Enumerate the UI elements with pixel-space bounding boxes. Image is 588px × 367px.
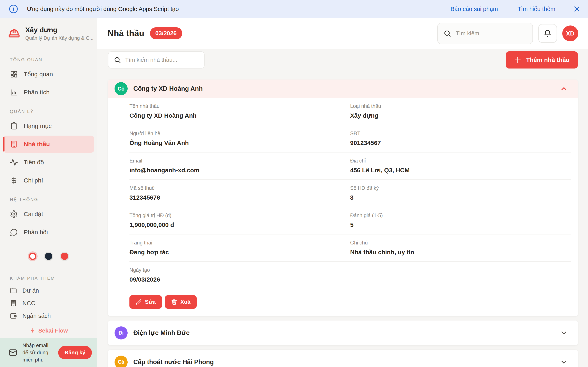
theme-switcher: [3, 247, 94, 268]
close-icon[interactable]: [572, 5, 581, 13]
sidebar-item-label: Nhà thầu: [24, 141, 50, 148]
dollar-icon: [10, 176, 18, 184]
chevron-down-icon[interactable]: [560, 329, 568, 337]
sekai-flow-link[interactable]: Sekai Flow: [3, 322, 94, 338]
contractor-avatar: Đi: [114, 326, 128, 340]
app-subtitle: Quản lý Dự án Xây dựng & C...: [25, 35, 94, 41]
sidebar-item-label: Chi phí: [24, 177, 43, 184]
sidebar: Xây dựng Quản lý Dự án Xây dựng & C... T…: [0, 18, 97, 367]
banner-message: Ứng dụng này do một người dùng Google Ap…: [27, 6, 179, 12]
learn-more-link[interactable]: Tìm hiểu thêm: [518, 6, 555, 12]
sidebar-item-nha-thau[interactable]: Nhà thầu: [3, 136, 94, 153]
sidebar-item-tong-quan[interactable]: Tổng quan: [3, 66, 94, 83]
field-dia-chi: Địa chỉ456 Lê Lợi, Q3, HCM: [350, 152, 571, 180]
sidebar-item-chi-phi[interactable]: Chi phí: [3, 172, 94, 189]
field-ten-nha-thau: Tên nhà thầuCông ty XD Hoàng Anh: [130, 98, 350, 125]
wallet-icon: [10, 312, 17, 319]
avatar[interactable]: XD: [562, 25, 578, 42]
contractors-page: Thêm nhà thầu Cô Công ty XD Hoàng Anh Tê…: [97, 49, 588, 367]
nav-section-overview: TỔNG QUAN: [3, 55, 94, 66]
field-trang-thai: Trạng tháiĐang hợp tác: [130, 234, 350, 262]
contractor-card-header[interactable]: Đi Điện lực Minh Đức: [108, 320, 578, 345]
building-icon: [10, 140, 18, 148]
contractor-search[interactable]: [108, 51, 205, 68]
theme-dot-red[interactable]: [61, 253, 68, 260]
mail-icon: [8, 348, 17, 357]
field-empty: [350, 262, 571, 289]
sidebar-item-phan-tich[interactable]: Phân tích: [3, 84, 94, 101]
sidebar-item-label: Cài đặt: [24, 211, 43, 217]
delete-button[interactable]: Xoá: [165, 295, 197, 309]
sidebar-item-ngan-sach[interactable]: Ngân sách: [3, 309, 94, 322]
building-small-icon: [10, 300, 17, 307]
theme-dot-light[interactable]: [29, 253, 36, 260]
sidebar-item-label: Tổng quan: [24, 71, 53, 78]
nav-section-manage: QUẢN LÝ: [3, 106, 94, 117]
contractor-card: Cá Cấp thoát nước Hải Phong: [108, 350, 578, 367]
field-loai-nha-thau: Loại nhà thầuXây dựng: [350, 98, 571, 125]
info-icon: [9, 4, 18, 14]
global-search-input[interactable]: [456, 30, 527, 37]
page-title: Nhà thầu: [108, 29, 144, 38]
field-sdt: SĐT901234567: [350, 125, 571, 152]
signup-button[interactable]: Đăng ký: [58, 346, 92, 359]
contractor-name: Điện lực Minh Đức: [133, 329, 554, 337]
notifications-button[interactable]: [538, 24, 557, 43]
sidebar-item-label: Tiến độ: [24, 159, 44, 166]
nav-section-system: HỆ THỐNG: [3, 194, 94, 206]
sidebar-nav: TỔNG QUAN Tổng quan Phân tích QUẢN LÝ Hạ…: [0, 49, 97, 268]
field-ngay-tao: Ngày tạo09/03/2026: [130, 262, 350, 289]
page-header: Nhà thầu 03/2026 XD: [97, 18, 588, 49]
explore-section: KHÁM PHÁ THÊM Dự án NCC Ngân sách Sekai …: [0, 268, 97, 338]
explore-label: KHÁM PHÁ THÊM: [3, 273, 94, 284]
search-icon: [114, 56, 121, 64]
add-contractor-button[interactable]: Thêm nhà thầu: [506, 51, 578, 68]
theme-dot-dark[interactable]: [45, 253, 52, 260]
chat-icon: [10, 228, 18, 236]
clipboard-icon: [10, 122, 18, 130]
hardhat-icon: [8, 27, 20, 39]
sidebar-item-tien-do[interactable]: Tiến độ: [3, 154, 94, 171]
gas-banner: Ứng dụng này do một người dùng Google Ap…: [0, 0, 588, 18]
month-badge: 03/2026: [150, 27, 182, 39]
chevron-down-icon[interactable]: [560, 358, 568, 366]
folder-icon: [10, 287, 17, 294]
sidebar-item-label: Phân tích: [24, 89, 50, 96]
dashboard-icon: [10, 70, 18, 78]
field-so-hd: Số HĐ đã ký3: [350, 180, 571, 207]
sidebar-item-label: Phản hồi: [24, 229, 48, 236]
chart-icon: [10, 88, 18, 96]
sidebar-item-phan-hoi[interactable]: Phản hồi: [3, 224, 94, 241]
contractor-card-header[interactable]: Cá Cấp thoát nước Hải Phong: [108, 350, 578, 367]
contractor-card-header[interactable]: Cô Công ty XD Hoàng Anh: [108, 80, 578, 98]
gear-icon: [10, 210, 18, 218]
contractor-name: Cấp thoát nước Hải Phong: [133, 359, 554, 366]
sidebar-item-label: Hạng mục: [24, 123, 52, 129]
contractor-name: Công ty XD Hoàng Anh: [133, 85, 554, 92]
email-signup-bar: Nhập email để sử dụng miễn phí. Đăng ký: [0, 338, 97, 367]
app-title: Xây dựng: [25, 26, 94, 34]
plus-icon: [514, 56, 522, 64]
edit-button[interactable]: Sửa: [130, 295, 162, 309]
search-icon: [443, 30, 451, 37]
email-cta-text: Nhập email để sử dụng miễn phí.: [22, 342, 53, 363]
field-nguoi-lien-he: Người liên hệÔng Hoàng Văn Anh: [130, 125, 350, 152]
sidebar-item-ncc[interactable]: NCC: [3, 297, 94, 309]
sidebar-item-cai-dat[interactable]: Cài đặt: [3, 206, 94, 223]
pencil-icon: [136, 299, 142, 305]
field-tong-gia-tri: Tổng giá trị HĐ (đ)1,900,000,000 đ: [130, 207, 350, 234]
field-email: Emailinfo@hoanganh-xd.com: [130, 152, 350, 180]
sekai-flow-label: Sekai Flow: [38, 327, 68, 334]
app-logo: Xây dựng Quản lý Dự án Xây dựng & C...: [0, 18, 97, 49]
report-abuse-link[interactable]: Báo cáo sai phạm: [450, 6, 498, 12]
contractor-card: Đi Điện lực Minh Đức: [108, 320, 578, 345]
contractor-search-input[interactable]: [125, 57, 199, 63]
sidebar-item-du-an[interactable]: Dự án: [3, 284, 94, 297]
trash-icon: [171, 299, 177, 305]
chevron-up-icon[interactable]: [560, 85, 568, 93]
contractor-card: Cô Công ty XD Hoàng Anh Tên nhà thầuCông…: [108, 80, 578, 316]
field-ma-so-thue: Mã số thuế312345678: [130, 180, 350, 207]
global-search[interactable]: [437, 23, 533, 44]
explore-item-label: Dự án: [22, 287, 39, 294]
sidebar-item-hang-muc[interactable]: Hạng mục: [3, 117, 94, 134]
